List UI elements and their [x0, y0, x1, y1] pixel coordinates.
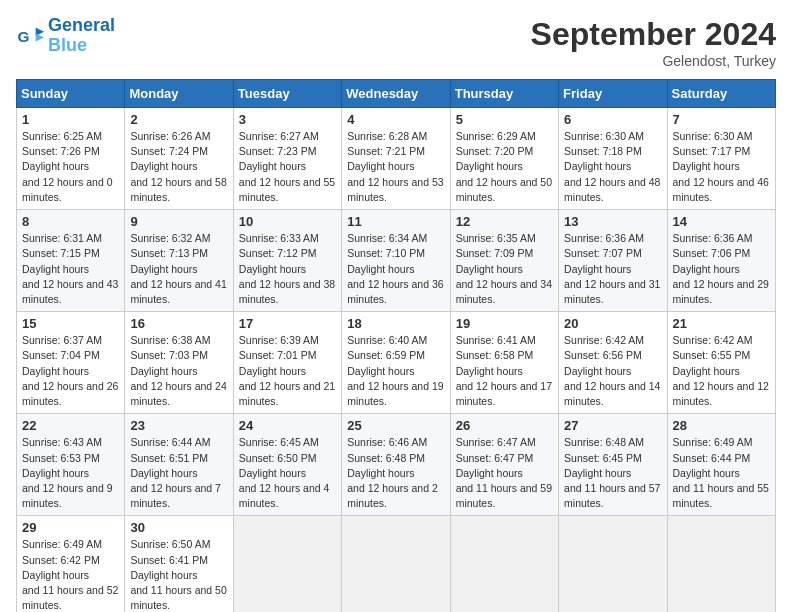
- day-info: Sunrise: 6:48 AMSunset: 6:45 PMDaylight …: [564, 435, 661, 511]
- calendar-cell: 18Sunrise: 6:40 AMSunset: 6:59 PMDayligh…: [342, 312, 450, 414]
- day-number: 3: [239, 112, 336, 127]
- calendar-week-5: 29Sunrise: 6:49 AMSunset: 6:42 PMDayligh…: [17, 516, 776, 612]
- day-number: 25: [347, 418, 444, 433]
- day-number: 8: [22, 214, 119, 229]
- logo: G General Blue: [16, 16, 115, 56]
- calendar-cell: 24Sunrise: 6:45 AMSunset: 6:50 PMDayligh…: [233, 414, 341, 516]
- calendar-cell: 15Sunrise: 6:37 AMSunset: 7:04 PMDayligh…: [17, 312, 125, 414]
- day-info: Sunrise: 6:43 AMSunset: 6:53 PMDaylight …: [22, 435, 119, 511]
- day-info: Sunrise: 6:41 AMSunset: 6:58 PMDaylight …: [456, 333, 553, 409]
- day-info: Sunrise: 6:42 AMSunset: 6:55 PMDaylight …: [673, 333, 770, 409]
- calendar-cell: 5Sunrise: 6:29 AMSunset: 7:20 PMDaylight…: [450, 108, 558, 210]
- dow-header-saturday: Saturday: [667, 80, 775, 108]
- day-number: 18: [347, 316, 444, 331]
- calendar-cell: 23Sunrise: 6:44 AMSunset: 6:51 PMDayligh…: [125, 414, 233, 516]
- day-number: 28: [673, 418, 770, 433]
- calendar-cell: 8Sunrise: 6:31 AMSunset: 7:15 PMDaylight…: [17, 210, 125, 312]
- day-number: 30: [130, 520, 227, 535]
- page-header: G General Blue September 2024 Gelendost,…: [16, 16, 776, 69]
- day-info: Sunrise: 6:30 AMSunset: 7:17 PMDaylight …: [673, 129, 770, 205]
- calendar-cell: 19Sunrise: 6:41 AMSunset: 6:58 PMDayligh…: [450, 312, 558, 414]
- calendar-cell: 21Sunrise: 6:42 AMSunset: 6:55 PMDayligh…: [667, 312, 775, 414]
- calendar-cell: [342, 516, 450, 612]
- day-info: Sunrise: 6:28 AMSunset: 7:21 PMDaylight …: [347, 129, 444, 205]
- calendar-week-1: 1Sunrise: 6:25 AMSunset: 7:26 PMDaylight…: [17, 108, 776, 210]
- day-number: 24: [239, 418, 336, 433]
- day-number: 27: [564, 418, 661, 433]
- day-number: 22: [22, 418, 119, 433]
- calendar-cell: 22Sunrise: 6:43 AMSunset: 6:53 PMDayligh…: [17, 414, 125, 516]
- calendar-cell: 10Sunrise: 6:33 AMSunset: 7:12 PMDayligh…: [233, 210, 341, 312]
- svg-marker-2: [36, 33, 44, 41]
- day-info: Sunrise: 6:45 AMSunset: 6:50 PMDaylight …: [239, 435, 336, 511]
- calendar-cell: 12Sunrise: 6:35 AMSunset: 7:09 PMDayligh…: [450, 210, 558, 312]
- month-title: September 2024: [531, 16, 776, 53]
- day-number: 2: [130, 112, 227, 127]
- day-number: 29: [22, 520, 119, 535]
- day-number: 9: [130, 214, 227, 229]
- calendar-week-4: 22Sunrise: 6:43 AMSunset: 6:53 PMDayligh…: [17, 414, 776, 516]
- day-info: Sunrise: 6:36 AMSunset: 7:06 PMDaylight …: [673, 231, 770, 307]
- dow-header-wednesday: Wednesday: [342, 80, 450, 108]
- calendar-week-3: 15Sunrise: 6:37 AMSunset: 7:04 PMDayligh…: [17, 312, 776, 414]
- day-info: Sunrise: 6:27 AMSunset: 7:23 PMDaylight …: [239, 129, 336, 205]
- calendar-cell: 26Sunrise: 6:47 AMSunset: 6:47 PMDayligh…: [450, 414, 558, 516]
- day-info: Sunrise: 6:30 AMSunset: 7:18 PMDaylight …: [564, 129, 661, 205]
- day-info: Sunrise: 6:44 AMSunset: 6:51 PMDaylight …: [130, 435, 227, 511]
- calendar-cell: 27Sunrise: 6:48 AMSunset: 6:45 PMDayligh…: [559, 414, 667, 516]
- calendar-table: SundayMondayTuesdayWednesdayThursdayFrid…: [16, 79, 776, 612]
- day-number: 17: [239, 316, 336, 331]
- calendar-cell: 3Sunrise: 6:27 AMSunset: 7:23 PMDaylight…: [233, 108, 341, 210]
- day-number: 15: [22, 316, 119, 331]
- title-area: September 2024 Gelendost, Turkey: [531, 16, 776, 69]
- day-info: Sunrise: 6:47 AMSunset: 6:47 PMDaylight …: [456, 435, 553, 511]
- calendar-cell: 2Sunrise: 6:26 AMSunset: 7:24 PMDaylight…: [125, 108, 233, 210]
- dow-header-thursday: Thursday: [450, 80, 558, 108]
- calendar-cell: [450, 516, 558, 612]
- calendar-cell: 29Sunrise: 6:49 AMSunset: 6:42 PMDayligh…: [17, 516, 125, 612]
- calendar-week-2: 8Sunrise: 6:31 AMSunset: 7:15 PMDaylight…: [17, 210, 776, 312]
- day-info: Sunrise: 6:49 AMSunset: 6:44 PMDaylight …: [673, 435, 770, 511]
- day-info: Sunrise: 6:26 AMSunset: 7:24 PMDaylight …: [130, 129, 227, 205]
- dow-header-monday: Monday: [125, 80, 233, 108]
- day-info: Sunrise: 6:36 AMSunset: 7:07 PMDaylight …: [564, 231, 661, 307]
- dow-header-sunday: Sunday: [17, 80, 125, 108]
- day-info: Sunrise: 6:50 AMSunset: 6:41 PMDaylight …: [130, 537, 227, 612]
- calendar-cell: 6Sunrise: 6:30 AMSunset: 7:18 PMDaylight…: [559, 108, 667, 210]
- day-number: 20: [564, 316, 661, 331]
- day-number: 4: [347, 112, 444, 127]
- day-info: Sunrise: 6:49 AMSunset: 6:42 PMDaylight …: [22, 537, 119, 612]
- calendar-cell: 7Sunrise: 6:30 AMSunset: 7:17 PMDaylight…: [667, 108, 775, 210]
- calendar-cell: 20Sunrise: 6:42 AMSunset: 6:56 PMDayligh…: [559, 312, 667, 414]
- calendar-cell: 13Sunrise: 6:36 AMSunset: 7:07 PMDayligh…: [559, 210, 667, 312]
- calendar-cell: 14Sunrise: 6:36 AMSunset: 7:06 PMDayligh…: [667, 210, 775, 312]
- day-number: 5: [456, 112, 553, 127]
- day-number: 12: [456, 214, 553, 229]
- day-info: Sunrise: 6:35 AMSunset: 7:09 PMDaylight …: [456, 231, 553, 307]
- calendar-cell: 1Sunrise: 6:25 AMSunset: 7:26 PMDaylight…: [17, 108, 125, 210]
- dow-header-friday: Friday: [559, 80, 667, 108]
- day-number: 21: [673, 316, 770, 331]
- calendar-cell: [233, 516, 341, 612]
- location-subtitle: Gelendost, Turkey: [531, 53, 776, 69]
- day-number: 13: [564, 214, 661, 229]
- day-number: 16: [130, 316, 227, 331]
- calendar-cell: 25Sunrise: 6:46 AMSunset: 6:48 PMDayligh…: [342, 414, 450, 516]
- day-info: Sunrise: 6:34 AMSunset: 7:10 PMDaylight …: [347, 231, 444, 307]
- calendar-cell: 16Sunrise: 6:38 AMSunset: 7:03 PMDayligh…: [125, 312, 233, 414]
- day-number: 7: [673, 112, 770, 127]
- calendar-cell: 11Sunrise: 6:34 AMSunset: 7:10 PMDayligh…: [342, 210, 450, 312]
- day-number: 10: [239, 214, 336, 229]
- day-info: Sunrise: 6:39 AMSunset: 7:01 PMDaylight …: [239, 333, 336, 409]
- day-number: 1: [22, 112, 119, 127]
- calendar-cell: 4Sunrise: 6:28 AMSunset: 7:21 PMDaylight…: [342, 108, 450, 210]
- day-info: Sunrise: 6:46 AMSunset: 6:48 PMDaylight …: [347, 435, 444, 511]
- day-number: 19: [456, 316, 553, 331]
- calendar-cell: 28Sunrise: 6:49 AMSunset: 6:44 PMDayligh…: [667, 414, 775, 516]
- svg-text:G: G: [17, 27, 29, 44]
- calendar-cell: 30Sunrise: 6:50 AMSunset: 6:41 PMDayligh…: [125, 516, 233, 612]
- day-info: Sunrise: 6:32 AMSunset: 7:13 PMDaylight …: [130, 231, 227, 307]
- day-info: Sunrise: 6:38 AMSunset: 7:03 PMDaylight …: [130, 333, 227, 409]
- day-info: Sunrise: 6:31 AMSunset: 7:15 PMDaylight …: [22, 231, 119, 307]
- day-number: 14: [673, 214, 770, 229]
